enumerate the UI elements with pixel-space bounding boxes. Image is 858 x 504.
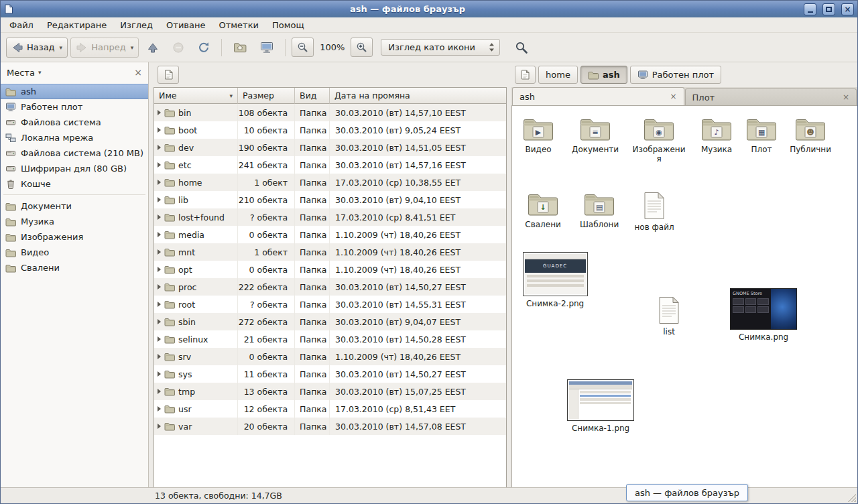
tab-desktop[interactable]: Плот× (685, 88, 857, 105)
expander-icon[interactable] (158, 127, 161, 133)
icon-item-snimka-1[interactable]: Снимка-1.png (566, 379, 635, 433)
sidebar-item-documents[interactable]: Документи (1, 198, 148, 214)
close-button[interactable]: × (841, 3, 854, 15)
search-button[interactable] (509, 37, 534, 58)
pathbar-home-button[interactable]: home (538, 66, 578, 84)
menu-edit[interactable]: Редактиране (41, 19, 113, 32)
table-row[interactable]: usr12 обектаПапка17.03.2010 (ср) 8,51,43… (154, 400, 506, 418)
back-button[interactable]: Назад ▾ (6, 38, 68, 58)
expander-icon[interactable] (158, 110, 161, 115)
pane-splitter-left[interactable] (149, 62, 154, 487)
column-header-size[interactable]: Размер (238, 88, 295, 104)
table-row[interactable]: selinux21 обектаПапка30.03.2010 (вт) 14,… (154, 330, 506, 348)
expander-icon[interactable] (158, 180, 161, 185)
table-row[interactable]: root? обектаПапка30.03.2010 (вт) 14,55,3… (154, 296, 506, 313)
sidebar-item-pictures[interactable]: Изображения (1, 229, 148, 245)
expander-icon[interactable] (158, 232, 161, 237)
table-row[interactable]: etc241 обектаПапка30.03.2010 (вт) 14,57,… (154, 156, 506, 174)
icon-item-list[interactable]: list (645, 296, 693, 336)
pathbar-filesystem-button[interactable] (515, 66, 536, 84)
sidebar-item-ash[interactable]: ash (1, 84, 148, 99)
file-table[interactable]: bin108 обектаПапка30.03.2010 (вт) 14,57,… (154, 104, 506, 487)
pane-splitter-right[interactable] (507, 62, 511, 487)
expander-icon[interactable] (158, 284, 161, 290)
pathbar-ash-button[interactable]: ash (580, 66, 627, 84)
view-mode-select[interactable]: Изглед като икони (381, 39, 500, 56)
icon-view[interactable]: ▶Видео≡Документи◉Изображения♪Музика▦Плот… (511, 106, 857, 487)
icon-item-downloads[interactable]: ↓Свалени (516, 192, 570, 229)
computer-button[interactable] (255, 38, 279, 58)
sidebar-item-music[interactable]: Музика (1, 214, 148, 229)
icon-item-documents[interactable]: ≡Документи (568, 117, 622, 154)
table-row[interactable]: sys11 обектаПапка30.03.2010 (вт) 14,50,2… (154, 365, 506, 383)
sidebar-item-local-network[interactable]: Локална мрежа (1, 130, 148, 145)
location-toggle-button[interactable] (158, 66, 179, 84)
sidebar-item-videos[interactable]: Видео (1, 245, 148, 260)
expander-icon[interactable] (158, 197, 161, 202)
column-header-type[interactable]: Вид (295, 88, 330, 104)
sidebar-item-downloads[interactable]: Свалени (1, 260, 148, 275)
expander-icon[interactable] (158, 424, 161, 429)
expander-icon[interactable] (158, 145, 161, 150)
sidebar-item-filesystem[interactable]: Файлова система (1, 115, 148, 130)
table-row[interactable]: media0 обектаПапка1.10.2009 (чт) 18,40,2… (154, 226, 506, 243)
pathbar-desktop-button[interactable]: Работен плот (630, 66, 721, 84)
sidebar-close-button[interactable]: × (134, 67, 142, 78)
icon-item-new-file[interactable]: нов файл (630, 192, 678, 232)
expander-icon[interactable] (158, 162, 161, 168)
icon-item-videos[interactable]: ▶Видео (512, 117, 564, 154)
expander-icon[interactable] (158, 406, 161, 412)
sidebar-item-encrypted-80gb[interactable]: Шифриран дял (80 GB) (1, 161, 148, 176)
table-row[interactable]: dev190 обектаПапка30.03.2010 (вт) 14,51,… (154, 139, 506, 156)
expander-icon[interactable] (158, 319, 161, 324)
tab-ash[interactable]: ash× (512, 87, 684, 105)
icon-item-snimka-2[interactable]: GUADECСнимка-2.png (522, 252, 589, 308)
minimize-button[interactable] (804, 3, 816, 15)
expander-icon[interactable] (158, 267, 161, 272)
forward-button[interactable]: Напред ▾ (70, 38, 139, 58)
reload-button[interactable] (192, 38, 215, 58)
icon-item-snimka[interactable]: GNOME StoreСнимка.png (729, 288, 798, 342)
icon-item-templates[interactable]: ▤Шаблони (572, 192, 626, 229)
home-button[interactable] (228, 38, 252, 57)
table-row[interactable]: lib210 обектаПапка30.03.2010 (вт) 9,04,1… (154, 191, 506, 208)
icon-item-desktop[interactable]: ▦Плот (737, 117, 786, 154)
titlebar[interactable]: ash — файлов браузър × (1, 1, 857, 17)
stop-button[interactable] (167, 38, 190, 58)
column-header-date-modified[interactable]: Дата на промяна (330, 88, 506, 104)
up-button[interactable] (141, 38, 164, 58)
expander-icon[interactable] (158, 214, 161, 220)
expander-icon[interactable] (158, 389, 161, 394)
table-row[interactable]: srv0 обектаПапка1.10.2009 (чт) 18,40,26 … (154, 348, 506, 365)
table-row[interactable]: sbin272 обектаПапка30.03.2010 (вт) 9,04,… (154, 313, 506, 330)
spinner-arrows-icon[interactable] (489, 42, 495, 52)
sidebar-item-filesystem-210mb[interactable]: Файлова система (210 MB) (1, 145, 148, 161)
maximize-button[interactable] (822, 3, 835, 15)
table-row[interactable]: lost+found? обектаПапка17.03.2010 (ср) 8… (154, 208, 506, 226)
back-dropdown-icon[interactable]: ▾ (60, 44, 63, 51)
zoom-out-button[interactable] (292, 38, 314, 57)
table-row[interactable]: boot10 обектаПапка30.03.2010 (вт) 9,05,2… (154, 121, 506, 139)
sidebar-item-desktop[interactable]: Работен плот (1, 99, 148, 115)
expander-icon[interactable] (158, 249, 161, 255)
icon-item-music[interactable]: ♪Музика (690, 117, 743, 154)
menu-help[interactable]: Помощ (266, 19, 310, 32)
expander-icon[interactable] (158, 354, 161, 359)
table-row[interactable]: tmp13 обектаПапка30.03.2010 (вт) 15,07,2… (154, 383, 506, 400)
resize-grip[interactable] (847, 493, 856, 502)
menu-view[interactable]: Изглед (114, 19, 159, 32)
tab-close-icon[interactable]: × (843, 92, 849, 102)
menu-bookmarks[interactable]: Отметки (212, 19, 264, 32)
table-row[interactable]: proc222 обектаПапка30.03.2010 (вт) 14,50… (154, 278, 506, 296)
table-row[interactable]: bin108 обектаПапка30.03.2010 (вт) 14,57,… (154, 104, 506, 121)
expander-icon[interactable] (158, 336, 161, 342)
icon-item-pictures[interactable]: ◉Изображения (630, 117, 688, 164)
table-row[interactable]: mnt1 обектПапка1.10.2009 (чт) 18,40,26 E… (154, 243, 506, 261)
tab-close-icon[interactable]: × (670, 92, 676, 101)
expander-icon[interactable] (158, 371, 161, 377)
chevron-down-icon[interactable]: ▾ (38, 69, 42, 76)
column-header-name[interactable]: Име▾ (154, 88, 238, 104)
menu-file[interactable]: Файл (3, 19, 40, 32)
zoom-in-button[interactable] (351, 38, 373, 57)
sidebar-item-trash[interactable]: Кошче (1, 176, 148, 192)
